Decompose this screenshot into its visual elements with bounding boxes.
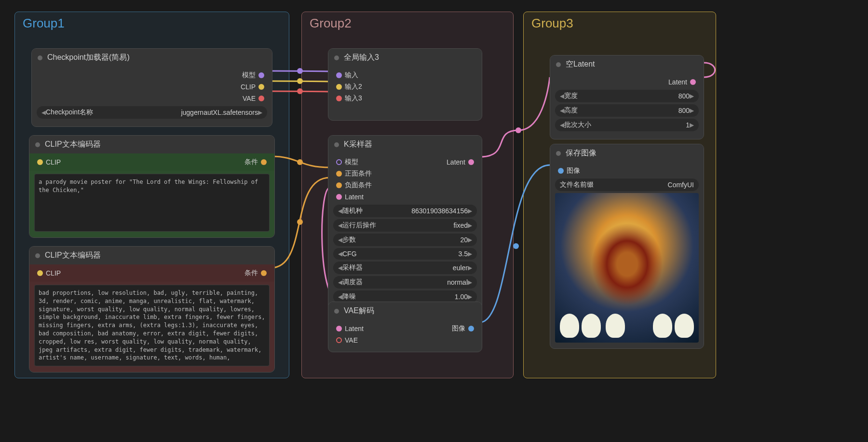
chevron-left-icon[interactable]: ◀ [338, 264, 342, 271]
vae-decode-node[interactable]: VAE解码 Latent 图像 VAE [328, 302, 482, 352]
chevron-right-icon[interactable]: ▶ [468, 279, 472, 286]
chevron-left-icon[interactable]: ◀ [560, 93, 564, 99]
sampler-field[interactable]: ◀采样器euler▶ [333, 262, 477, 274]
steps-field[interactable]: ◀步数20▶ [333, 234, 477, 246]
input-latent[interactable]: Latent [333, 191, 477, 203]
node-header[interactable]: VAE解码 [328, 302, 482, 320]
output-vae[interactable]: VAE [37, 93, 267, 104]
port-icon[interactable] [37, 270, 43, 276]
chevron-right-icon[interactable]: ▶ [690, 122, 694, 128]
input-image[interactable]: 图像 [555, 165, 699, 177]
collapse-icon[interactable] [334, 142, 339, 147]
port-icon[interactable] [37, 159, 43, 165]
output-latent[interactable]: Latent [555, 76, 699, 88]
output-model[interactable]: 模型 [37, 69, 267, 81]
input-vae[interactable]: VAE [333, 334, 477, 346]
port-icon[interactable] [336, 171, 342, 177]
checkpoint-name-field[interactable]: ◀Checkpoint名称juggernautXL.safetensors▶ [37, 106, 267, 119]
output-conditioning[interactable]: 条件 [244, 156, 270, 168]
node-header[interactable]: CLIP文本编码器 [29, 136, 274, 153]
collapse-icon[interactable] [334, 55, 339, 60]
chevron-left-icon[interactable]: ◀ [338, 279, 342, 286]
input-2[interactable]: 输入2 [333, 81, 477, 93]
port-icon[interactable] [336, 72, 342, 78]
node-header[interactable]: 全局输入3 [328, 49, 482, 67]
checkpoint-loader-node[interactable]: Checkpoint加载器(简易) 模型 CLIP VAE ◀Checkpoin… [31, 48, 272, 127]
collapse-icon[interactable] [334, 309, 339, 314]
node-header[interactable]: Checkpoint加载器(简易) [32, 49, 272, 67]
port-icon[interactable] [336, 326, 342, 332]
seed-field[interactable]: ◀随机种863019038634156▶ [333, 205, 477, 217]
port-icon[interactable] [261, 270, 267, 276]
port-icon[interactable] [336, 96, 342, 101]
chevron-left-icon[interactable]: ◀ [338, 250, 342, 257]
chevron-left-icon[interactable]: ◀ [560, 107, 564, 114]
chevron-right-icon[interactable]: ▶ [468, 236, 472, 243]
input-1[interactable]: 输入 [333, 69, 477, 81]
port-icon[interactable] [468, 326, 474, 332]
port-icon[interactable] [558, 168, 564, 174]
input-3[interactable]: 输入3 [333, 93, 477, 104]
output-clip[interactable]: CLIP [37, 81, 267, 93]
input-positive[interactable]: 正面条件 [333, 168, 477, 180]
port-icon[interactable] [336, 182, 342, 188]
width-field[interactable]: ◀宽度800▶ [555, 90, 699, 102]
chevron-left-icon[interactable]: ◀ [338, 222, 342, 229]
group-3-title: Group3 [524, 12, 716, 35]
cfg-field[interactable]: ◀CFG3.5▶ [333, 248, 477, 260]
port-icon[interactable] [258, 96, 264, 101]
save-image-node[interactable]: 保存图像 图像 文件名前缀ComfyUI [550, 144, 704, 349]
node-header[interactable]: K采样器 [328, 136, 482, 153]
prompt-textarea[interactable]: bad proportions, low resolution, bad, ug… [34, 285, 270, 366]
chevron-right-icon[interactable]: ▶ [468, 222, 472, 229]
input-negative[interactable]: 负面条件 [333, 180, 477, 191]
chevron-left-icon[interactable]: ◀ [560, 122, 564, 128]
port-icon[interactable] [261, 159, 267, 165]
output-latent[interactable]: Latent [447, 156, 477, 168]
chevron-right-icon[interactable]: ▶ [258, 109, 262, 116]
port-icon[interactable] [468, 159, 474, 165]
global-input-node[interactable]: 全局输入3 输入 输入2 输入3 [328, 48, 482, 121]
empty-latent-node[interactable]: 空Latent Latent ◀宽度800▶ ◀高度800▶ ◀批次大小1▶ [550, 55, 704, 139]
prompt-textarea[interactable]: a parody movie poster for "The Lord of t… [34, 174, 270, 232]
output-conditioning[interactable]: 条件 [244, 267, 270, 279]
chevron-right-icon[interactable]: ▶ [468, 293, 472, 300]
input-model[interactable]: 模型 [333, 156, 358, 168]
height-field[interactable]: ◀高度800▶ [555, 104, 699, 117]
collapse-icon[interactable] [35, 142, 40, 147]
chevron-right-icon[interactable]: ▶ [690, 107, 694, 114]
input-clip[interactable]: CLIP [34, 267, 61, 279]
port-icon[interactable] [258, 72, 264, 78]
chevron-right-icon[interactable]: ▶ [690, 93, 694, 99]
collapse-icon[interactable] [35, 253, 40, 258]
clip-encode-negative-node[interactable]: CLIP文本编码器 CLIP 条件 bad proportions, low r… [29, 246, 275, 373]
port-icon[interactable] [258, 84, 264, 90]
node-header[interactable]: CLIP文本编码器 [29, 247, 274, 264]
chevron-left-icon[interactable]: ◀ [41, 109, 46, 116]
chevron-right-icon[interactable]: ▶ [468, 207, 472, 214]
chevron-left-icon[interactable]: ◀ [338, 236, 342, 243]
output-image[interactable]: 图像 [452, 323, 477, 334]
port-icon[interactable] [336, 337, 342, 343]
collapse-icon[interactable] [556, 62, 561, 67]
ksampler-node[interactable]: K采样器 模型 Latent 正面条件 负面条件 Latent ◀随机种8630… [328, 135, 482, 311]
clip-encode-positive-node[interactable]: CLIP文本编码器 CLIP 条件 a parody movie poster … [29, 135, 275, 238]
chevron-right-icon[interactable]: ▶ [468, 264, 472, 271]
input-clip[interactable]: CLIP [34, 156, 61, 168]
port-icon[interactable] [690, 79, 696, 85]
node-header[interactable]: 保存图像 [550, 144, 704, 162]
chevron-left-icon[interactable]: ◀ [338, 207, 342, 214]
scheduler-field[interactable]: ◀调度器normal▶ [333, 276, 477, 289]
node-header[interactable]: 空Latent [550, 55, 704, 73]
control-after-field[interactable]: ◀运行后操作fixed▶ [333, 219, 477, 232]
port-icon[interactable] [336, 159, 342, 165]
chevron-right-icon[interactable]: ▶ [468, 250, 472, 257]
batch-field[interactable]: ◀批次大小1▶ [555, 119, 699, 131]
chevron-left-icon[interactable]: ◀ [338, 293, 342, 300]
port-icon[interactable] [336, 194, 342, 200]
collapse-icon[interactable] [556, 151, 561, 156]
filename-prefix-field[interactable]: 文件名前缀ComfyUI [555, 179, 699, 191]
collapse-icon[interactable] [38, 55, 42, 60]
port-icon[interactable] [336, 84, 342, 90]
input-latent[interactable]: Latent [333, 323, 364, 334]
